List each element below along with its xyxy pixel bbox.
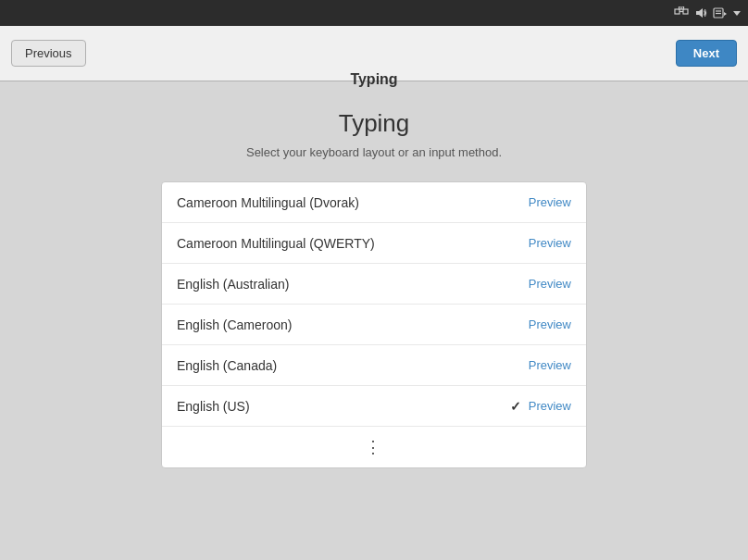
- keyboard-layout-name: English (US): [177, 399, 510, 414]
- preview-link[interactable]: Preview: [529, 317, 571, 331]
- svg-marker-10: [733, 11, 741, 16]
- keyboard-layout-row[interactable]: English (Australian)Preview: [162, 264, 586, 305]
- preview-link[interactable]: Preview: [529, 277, 571, 291]
- svg-marker-5: [696, 8, 703, 18]
- more-options-row[interactable]: ⋮: [162, 427, 586, 467]
- header-title: Typing: [350, 52, 397, 107]
- keyboard-layout-name: Cameroon Multilingual (QWERTY): [177, 236, 529, 251]
- keyboard-layout-row[interactable]: English (US)✓Preview: [162, 386, 586, 427]
- preview-link[interactable]: Preview: [529, 195, 571, 209]
- main-content: Typing Select your keyboard layout or an…: [0, 81, 748, 496]
- preview-link[interactable]: Preview: [529, 358, 571, 372]
- preview-link[interactable]: Preview: [529, 399, 571, 413]
- svg-rect-1: [683, 9, 688, 14]
- dropdown-arrow-icon[interactable]: [733, 9, 741, 17]
- keyboard-layout-name: English (Australian): [177, 277, 529, 292]
- svg-marker-9: [724, 12, 727, 16]
- system-menu-icon[interactable]: [713, 6, 728, 19]
- page-subtitle: Select your keyboard layout or an input …: [246, 145, 502, 159]
- svg-rect-0: [675, 9, 679, 14]
- keyboard-layout-row[interactable]: Cameroon Multilingual (Dvorak)Preview: [162, 182, 586, 223]
- top-bar: [0, 0, 748, 26]
- keyboard-layout-row[interactable]: English (Cameroon)Preview: [162, 305, 586, 345]
- network-icon[interactable]: [674, 6, 689, 19]
- keyboard-layout-row[interactable]: Cameroon Multilingual (QWERTY)Preview: [162, 223, 586, 264]
- keyboard-layout-list: Cameroon Multilingual (Dvorak)PreviewCam…: [161, 181, 587, 468]
- tray-icons: [674, 6, 741, 19]
- keyboard-layout-name: English (Canada): [177, 358, 529, 373]
- previous-button[interactable]: Previous: [11, 40, 86, 67]
- preview-link[interactable]: Preview: [529, 236, 571, 250]
- next-button[interactable]: Next: [676, 40, 737, 67]
- volume-icon[interactable]: [694, 6, 707, 19]
- header: Previous Typing Next: [0, 26, 748, 81]
- keyboard-layout-name: English (Cameroon): [177, 317, 529, 332]
- more-options-icon: ⋮: [365, 437, 383, 457]
- keyboard-layout-name: Cameroon Multilingual (Dvorak): [177, 195, 529, 210]
- selected-check-icon: ✓: [510, 399, 521, 414]
- page-title: Typing: [339, 109, 410, 138]
- keyboard-layout-row[interactable]: English (Canada)Preview: [162, 345, 586, 386]
